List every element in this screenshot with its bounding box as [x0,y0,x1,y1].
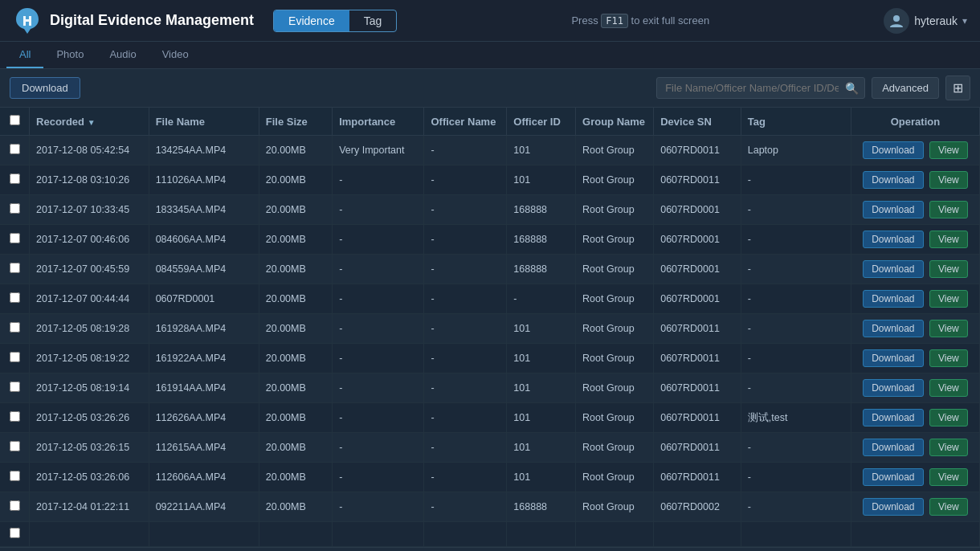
cell-officer-id: 168888 [507,195,576,225]
download-button[interactable]: Download [863,379,923,397]
download-button[interactable]: Download [863,201,923,218]
user-area[interactable]: hyterauk ▾ [884,8,967,34]
row-checkbox[interactable] [10,382,20,392]
view-button[interactable]: View [929,409,968,427]
cell-filesize: 20.00MB [259,165,332,195]
cell-filename: 0607RD0001 [149,284,259,314]
cell-device-sn: 0607RD0011 [654,403,741,433]
cell-filename: 112626AA.MP4 [149,403,259,433]
download-button[interactable]: Download [863,349,923,367]
row-checkbox-cell [0,225,30,255]
sub-tab-photo[interactable]: Photo [43,42,96,68]
cell-operation: Download View [851,344,979,373]
select-all-checkbox[interactable] [10,115,20,125]
row-checkbox[interactable] [10,352,20,362]
view-button[interactable]: View [929,498,968,516]
view-button[interactable]: View [929,201,968,218]
sub-tabs: All Photo Audio Video [0,42,980,69]
header-recorded[interactable]: Recorded ▼ [30,108,149,136]
table-row: 2017-12-05 03:26:06 112606AA.MP4 20.00MB… [0,463,980,492]
cell-officer-id: 101 [507,403,576,433]
row-checkbox[interactable] [10,233,20,243]
header-importance[interactable]: Importance [333,108,424,136]
view-button[interactable]: View [929,171,968,189]
download-button[interactable]: Download [863,409,923,427]
sub-tab-all[interactable]: All [6,42,43,68]
person-icon [888,13,904,29]
cell-operation: Download View [851,433,979,463]
header-filesize[interactable]: File Size [259,108,332,136]
tab-tag[interactable]: Tag [349,10,397,31]
view-button[interactable]: View [929,141,968,159]
bulk-download-button[interactable]: Download [10,77,80,99]
cell-group-name: Root Group [576,195,654,225]
header-officer-name[interactable]: Officer Name [424,108,507,136]
header-device-sn[interactable]: Device SN [654,108,741,136]
cell-officer-id: 101 [507,373,576,403]
view-button[interactable]: View [929,349,968,367]
grid-view-button[interactable]: ⊞ [945,76,970,100]
row-checkbox[interactable] [10,528,20,538]
cell-filesize: 20.00MB [259,225,332,255]
cell-recorded: 2017-12-05 03:26:15 [30,433,149,463]
download-button[interactable]: Download [863,320,923,337]
sub-tab-audio[interactable]: Audio [96,42,149,68]
cell-filesize: 20.00MB [259,195,332,225]
download-button[interactable]: Download [863,171,923,189]
view-button[interactable]: View [929,468,968,486]
header-officer-id[interactable]: Officer ID [507,108,576,136]
cell-filename: 134254AA.MP4 [149,136,259,165]
row-checkbox[interactable] [10,173,20,184]
cell-filename: 161922AA.MP4 [149,344,259,373]
row-checkbox[interactable] [10,471,20,481]
cell-officer-id: 101 [507,314,576,344]
tab-evidence[interactable]: Evidence [274,10,349,31]
view-button[interactable]: View [929,290,968,308]
cell-officer-id: 101 [507,165,576,195]
cell-device-sn: 0607RD0011 [654,373,741,403]
row-checkbox[interactable] [10,500,20,511]
cell-filename: 084559AA.MP4 [149,255,259,284]
advanced-button[interactable]: Advanced [872,77,939,99]
table-row: 2017-12-07 00:46:06 084606AA.MP4 20.00MB… [0,225,980,255]
row-checkbox[interactable] [10,203,20,214]
cell-importance: - [333,255,424,284]
download-button[interactable]: Download [863,468,923,486]
download-button[interactable]: Download [863,439,923,456]
sub-tab-video[interactable]: Video [149,42,202,68]
cell-officer-name: - [424,433,507,463]
cell-tag: 测试,test [741,403,851,433]
download-button[interactable]: Download [863,260,923,278]
row-checkbox[interactable] [10,292,20,303]
row-checkbox[interactable] [10,263,20,273]
cell-group-name: Root Group [576,463,654,492]
search-input[interactable] [656,77,865,99]
download-button[interactable]: Download [863,290,923,308]
download-button[interactable]: Download [863,141,923,159]
cell-recorded: 2017-12-05 08:19:14 [30,373,149,403]
cell-filesize: 20.00MB [259,255,332,284]
header-group-name[interactable]: Group Name [576,108,654,136]
view-button[interactable]: View [929,260,968,278]
cell-device-sn: 0607RD0011 [654,165,741,195]
view-button[interactable]: View [929,231,968,248]
table-row: 2017-12-08 03:10:26 111026AA.MP4 20.00MB… [0,165,980,195]
cell-tag: - [741,255,851,284]
row-checkbox[interactable] [10,144,20,154]
view-button[interactable]: View [929,439,968,456]
header-filename[interactable]: File Name [149,108,259,136]
row-checkbox[interactable] [10,322,20,333]
row-checkbox[interactable] [10,441,20,451]
cell-officer-id: - [507,284,576,314]
download-button[interactable]: Download [863,498,923,516]
row-checkbox[interactable] [10,411,20,422]
cell-filesize: 20.00MB [259,403,332,433]
view-button[interactable]: View [929,320,968,337]
cell-filesize: 20.00MB [259,463,332,492]
header-tag[interactable]: Tag [741,108,851,136]
view-button[interactable]: View [929,379,968,397]
cell-officer-id: 168888 [507,255,576,284]
download-button[interactable]: Download [863,231,923,248]
cell-filename: 161928AA.MP4 [149,314,259,344]
cell-group-name: Root Group [576,433,654,463]
